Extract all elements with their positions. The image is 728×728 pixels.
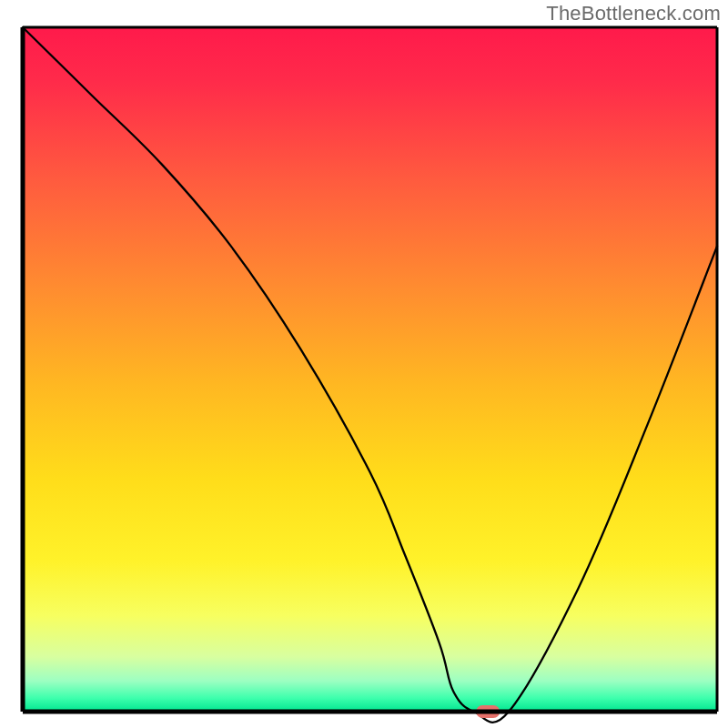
bottleneck-chart [0,0,728,728]
chart-container: TheBottleneck.com [0,0,728,728]
watermark-label: TheBottleneck.com [546,2,721,25]
